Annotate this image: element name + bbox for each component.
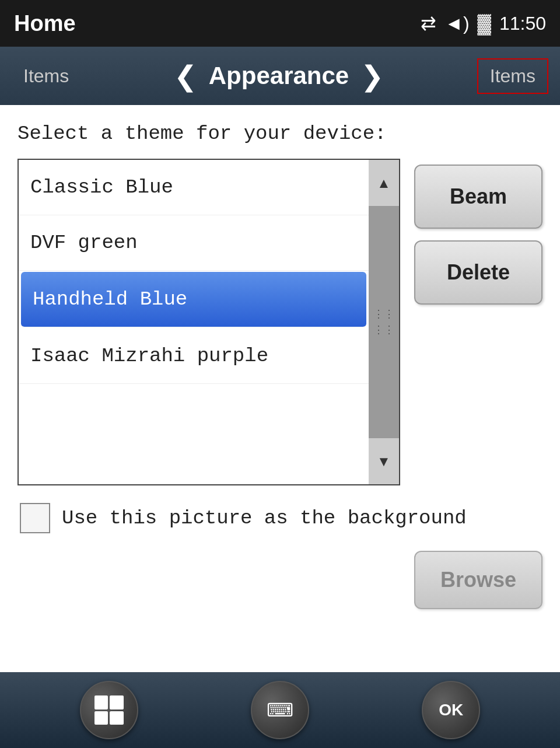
nav-items-left[interactable]: Items bbox=[12, 60, 80, 93]
theme-item-classic-blue[interactable]: Classic Blue bbox=[19, 160, 369, 215]
scroll-down-button[interactable]: ▼ bbox=[369, 438, 399, 484]
status-bar: Home ⇄ ◄) ▓ 11:50 bbox=[0, 0, 560, 47]
theme-list: Classic Blue DVF green Handheld Blue Isa… bbox=[19, 160, 369, 484]
theme-item-dvf-green[interactable]: DVF green bbox=[19, 215, 369, 271]
theme-item-isaac-mizrahi[interactable]: Isaac Mizrahi purple bbox=[19, 328, 369, 384]
nav-items-right[interactable]: Items bbox=[477, 58, 548, 94]
theme-list-container: Classic Blue DVF green Handheld Blue Isa… bbox=[18, 159, 400, 485]
battery-icon: ▓ bbox=[478, 13, 491, 34]
scrollbar: ▲ ⋮⋮⋮⋮ ▼ bbox=[369, 160, 399, 484]
nav-arrow-left-icon[interactable]: ❮ bbox=[174, 60, 197, 92]
nav-arrow-right-icon[interactable]: ❯ bbox=[360, 60, 384, 92]
theme-item-handheld-blue[interactable]: Handheld Blue bbox=[21, 272, 366, 327]
keyboard-icon: ⌨ bbox=[267, 699, 293, 721]
scroll-up-button[interactable]: ▲ bbox=[369, 160, 399, 207]
status-icons: ⇄ ◄) ▓ 11:50 bbox=[421, 12, 546, 34]
bottom-bar: ⌨ OK bbox=[0, 672, 560, 748]
nav-center: ❮ Appearance ❯ bbox=[80, 60, 477, 92]
sync-icon: ⇄ bbox=[421, 12, 436, 34]
browse-row: Browse bbox=[18, 551, 542, 609]
scroll-grip-dots: ⋮⋮⋮⋮ bbox=[373, 306, 394, 338]
background-checkbox[interactable] bbox=[20, 503, 50, 533]
status-home-label: Home bbox=[14, 11, 76, 36]
side-buttons: Beam Delete bbox=[414, 159, 542, 485]
windows-button[interactable] bbox=[80, 681, 138, 739]
scroll-handle-area[interactable]: ⋮⋮⋮⋮ bbox=[369, 207, 399, 438]
checkbox-area: Use this picture as the background bbox=[18, 503, 542, 533]
ok-button[interactable]: OK bbox=[422, 681, 480, 739]
beam-button[interactable]: Beam bbox=[414, 165, 542, 229]
time-display: 11:50 bbox=[499, 13, 546, 34]
theme-area: Classic Blue DVF green Handheld Blue Isa… bbox=[18, 159, 542, 485]
nav-title: Appearance bbox=[209, 62, 349, 90]
delete-button[interactable]: Delete bbox=[414, 240, 542, 305]
theme-label: Select a theme for your device: bbox=[18, 123, 542, 145]
main-content: Select a theme for your device: Classic … bbox=[0, 105, 560, 621]
windows-logo-icon bbox=[94, 695, 124, 725]
nav-bar: Items ❮ Appearance ❯ Items bbox=[0, 47, 560, 105]
ok-label: OK bbox=[439, 701, 463, 719]
keyboard-button[interactable]: ⌨ bbox=[251, 681, 309, 739]
browse-button[interactable]: Browse bbox=[414, 551, 542, 609]
volume-icon: ◄) bbox=[444, 13, 469, 34]
background-label: Use this picture as the background bbox=[62, 507, 467, 529]
